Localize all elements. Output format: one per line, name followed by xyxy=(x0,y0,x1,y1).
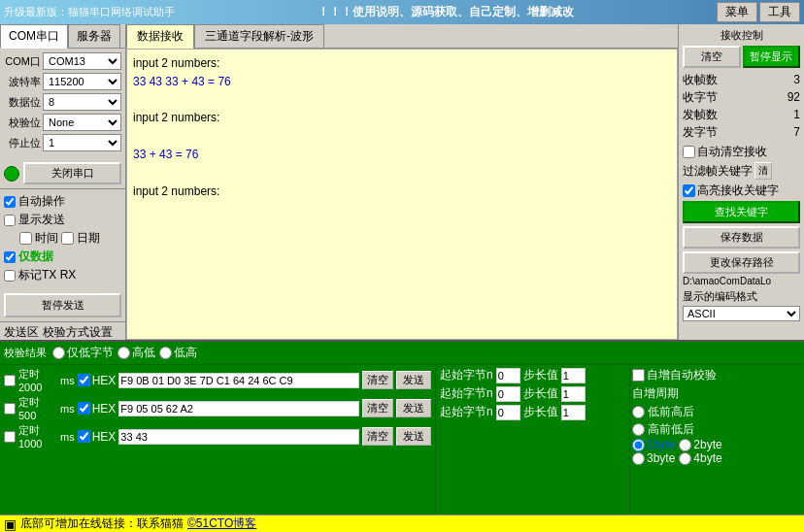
send-hex-checkbox-2[interactable] xyxy=(78,430,90,443)
connect-row: 关闭串口 xyxy=(0,158,125,188)
auto-verify-label: 自增自动校验 xyxy=(647,367,717,383)
receive-line xyxy=(133,92,671,109)
byte1-label: 1byte xyxy=(647,438,675,451)
send-button-0[interactable]: 发送 xyxy=(396,371,431,389)
receive-area: input 2 numbers:33 43 33 + 43 = 76 input… xyxy=(126,49,678,340)
high-then-low-label: 高前低后 xyxy=(648,421,694,438)
send-timer-label-2: 定时1000 xyxy=(18,423,57,449)
recv-control-title: 接收控制 xyxy=(683,28,800,43)
clear-send-button-1[interactable]: 清空 xyxy=(362,399,393,417)
status-link[interactable]: ©51CTO博客 xyxy=(187,515,256,532)
time-checkbox[interactable] xyxy=(19,232,32,245)
start-byte-input-2[interactable] xyxy=(496,386,520,402)
byte1-radio[interactable] xyxy=(632,439,645,451)
tab-server[interactable]: 服务器 xyxy=(68,24,120,48)
close-port-button[interactable]: 关闭串口 xyxy=(23,162,121,184)
send-button-1[interactable]: 发送 xyxy=(396,399,431,417)
send-button-2[interactable]: 发送 xyxy=(396,427,431,446)
low-label[interactable]: 低高 xyxy=(159,345,197,361)
check-mode-label[interactable]: 校验方式设置 xyxy=(43,324,113,341)
start-byte-input-3[interactable] xyxy=(496,405,520,420)
notice-text: ！！！使用说明、源码获取、自己定制、增删减改 xyxy=(175,4,717,20)
filter-label: 过滤帧关键字 xyxy=(683,163,753,180)
send-text-input-2[interactable] xyxy=(118,429,359,445)
auto-verify-checkbox[interactable] xyxy=(632,369,645,382)
tool-button[interactable]: 工具 xyxy=(759,2,800,22)
send-count-value: 1 xyxy=(793,106,800,123)
byte3-radio[interactable] xyxy=(632,452,645,465)
save-path-display: D:\amaoComDataLo xyxy=(683,276,800,286)
menu-button[interactable]: 菜单 xyxy=(717,2,757,22)
show-send-checkbox[interactable] xyxy=(4,215,16,226)
encoding-select[interactable]: ASCIIUTF-8GBK xyxy=(683,306,800,321)
clear-button[interactable]: 清空 xyxy=(683,46,741,68)
start-byte-input-1[interactable] xyxy=(496,368,520,383)
date-checkbox[interactable] xyxy=(61,232,74,245)
byte-options-row-1: 1byte 2byte xyxy=(632,438,802,451)
low-radio[interactable] xyxy=(159,347,172,359)
clear-send-button-0[interactable]: 清空 xyxy=(362,371,393,389)
stop-send-button[interactable]: 暂停发送 xyxy=(4,293,121,317)
clear-send-button-2[interactable]: 清空 xyxy=(362,427,393,446)
pause-button[interactable]: 暂停显示 xyxy=(743,46,801,68)
byte4-radio[interactable] xyxy=(679,452,691,465)
send-ms-label-0: ms xyxy=(60,375,75,386)
high-then-low-radio[interactable] xyxy=(632,423,645,436)
highlight-label: 高亮接收关键字 xyxy=(697,183,779,199)
send-row-checkbox-2[interactable] xyxy=(4,431,16,443)
step-input-1[interactable] xyxy=(561,368,586,383)
send-area-label[interactable]: 发送区 xyxy=(4,324,39,341)
step-input-3[interactable] xyxy=(561,405,586,420)
receive-line: 33 + 43 = 76 xyxy=(133,147,671,163)
data-select[interactable]: 876 xyxy=(43,93,121,111)
byte2-radio[interactable] xyxy=(679,439,691,451)
send-timer-label-0: 定时2000 xyxy=(18,367,57,393)
highlight-checkbox[interactable] xyxy=(683,184,695,197)
start-byte-label-1: 起始字节n xyxy=(440,367,493,383)
highlight-row: 高亮接收关键字 xyxy=(683,183,800,199)
tab-com[interactable]: COM串口 xyxy=(0,24,68,49)
send-text-input-1[interactable] xyxy=(118,401,359,416)
data-label: 数据位 xyxy=(4,95,41,110)
step-label-1: 步长值 xyxy=(523,367,558,383)
step-label-2: 步长值 xyxy=(523,385,558,402)
center-panel: 数据接收 三通道字段解析-波形 input 2 numbers:33 43 33… xyxy=(126,24,678,340)
auto-period-row: 自增周期 xyxy=(632,385,802,402)
high-radio[interactable] xyxy=(117,347,130,359)
send-ms-label-1: ms xyxy=(60,403,75,415)
step-input-2[interactable] xyxy=(561,386,586,402)
send-hex-checkbox-1[interactable] xyxy=(78,402,90,415)
change-path-button[interactable]: 更改保存路径 xyxy=(683,251,800,274)
low-then-high-label: 低前高后 xyxy=(648,404,694,420)
only-low-radio[interactable] xyxy=(52,347,65,359)
baud-select[interactable]: 115200960038400 xyxy=(43,73,121,90)
byte3-option: 3byte xyxy=(632,451,675,465)
recv-bytes-label: 收字节 xyxy=(683,88,718,106)
only-low-label[interactable]: 仅低字节 xyxy=(52,345,114,361)
tab-three-channel[interactable]: 三通道字段解析-波形 xyxy=(194,24,324,48)
auto-verify-row: 自增自动校验 xyxy=(632,367,802,383)
status-text: 底部可增加在线链接：联系猫猫 xyxy=(20,515,184,532)
save-data-button[interactable]: 保存数据 xyxy=(683,226,800,249)
send-hex-checkbox-0[interactable] xyxy=(78,374,90,386)
send-row-checkbox-1[interactable] xyxy=(4,403,16,415)
bottom-rows: 定时2000 ms HEX 清空 发送 定时500 ms HEX 清空 发送 定… xyxy=(0,365,804,515)
receive-line: input 2 numbers: xyxy=(133,55,671,72)
low-then-high-row: 低前高后 xyxy=(632,404,802,420)
find-keyword-button[interactable]: 查找关键字 xyxy=(683,201,800,223)
com-select[interactable]: COM13COM1COM2 xyxy=(43,52,121,70)
filter-clear-button[interactable]: 清 xyxy=(754,162,772,180)
check-select[interactable]: NoneOddEven xyxy=(43,114,121,131)
only-data-checkbox[interactable] xyxy=(4,251,16,263)
low-then-high-radio[interactable] xyxy=(632,406,645,418)
send-text-input-0[interactable] xyxy=(118,373,359,388)
send-row-checkbox-0[interactable] xyxy=(4,375,16,386)
tab-receive[interactable]: 数据接收 xyxy=(126,24,194,49)
auto-clear-checkbox[interactable] xyxy=(683,146,695,158)
high-label[interactable]: 高低 xyxy=(117,345,155,361)
auto-operate-checkbox[interactable] xyxy=(4,196,16,208)
mark-tx-rx-checkbox[interactable] xyxy=(4,270,16,282)
receive-line xyxy=(133,128,671,145)
stop-select[interactable]: 12 xyxy=(43,134,121,151)
receive-line: 33 43 33 + 43 = 76 xyxy=(133,74,671,90)
